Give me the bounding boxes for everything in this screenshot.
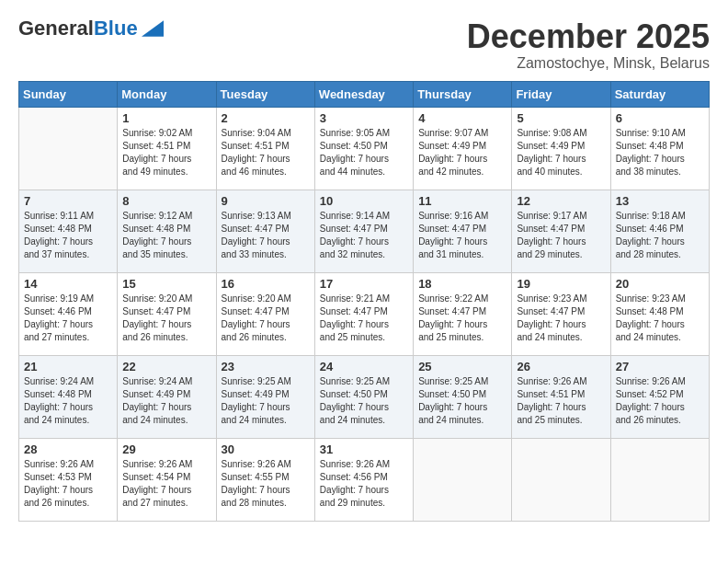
day-number: 14 [24,277,112,291]
day-info: Sunrise: 9:04 AM Sunset: 4:51 PM Dayligh… [222,127,310,178]
calendar-cell: 16Sunrise: 9:20 AM Sunset: 4:47 PM Dayli… [216,272,314,355]
day-number: 6 [616,111,704,125]
day-info: Sunrise: 9:25 AM Sunset: 4:49 PM Dayligh… [222,375,310,427]
location: Zamostochye, Minsk, Belarus [467,55,710,72]
page-header: GeneralBlue December 2025 Zamostochye, M… [18,18,710,72]
day-number: 20 [616,277,704,291]
day-info: Sunrise: 9:21 AM Sunset: 4:47 PM Dayligh… [320,293,408,344]
day-number: 27 [616,360,704,373]
day-info: Sunrise: 9:14 AM Sunset: 4:47 PM Dayligh… [320,210,408,261]
calendar-cell: 2Sunrise: 9:04 AM Sunset: 4:51 PM Daylig… [216,107,314,190]
calendar-week-row: 21Sunrise: 9:24 AM Sunset: 4:48 PM Dayli… [19,355,710,438]
day-info: Sunrise: 9:17 AM Sunset: 4:47 PM Dayligh… [517,210,605,261]
calendar-week-row: 28Sunrise: 9:26 AM Sunset: 4:53 PM Dayli… [19,438,710,521]
calendar-cell: 30Sunrise: 9:26 AM Sunset: 4:55 PM Dayli… [216,438,314,521]
day-number: 12 [517,194,605,208]
col-header-thursday: Thursday [414,81,512,107]
day-number: 10 [320,194,408,208]
calendar-cell: 4Sunrise: 9:07 AM Sunset: 4:49 PM Daylig… [414,107,512,190]
day-number: 2 [222,111,310,125]
calendar-cell [610,438,709,521]
calendar-cell: 28Sunrise: 9:26 AM Sunset: 4:53 PM Dayli… [19,438,118,521]
day-number: 1 [122,111,210,125]
col-header-tuesday: Tuesday [216,81,314,107]
day-number: 18 [418,277,506,291]
day-info: Sunrise: 9:02 AM Sunset: 4:51 PM Dayligh… [122,127,210,178]
day-info: Sunrise: 9:22 AM Sunset: 4:47 PM Dayligh… [418,293,506,344]
col-header-sunday: Sunday [19,81,118,107]
calendar-week-row: 7Sunrise: 9:11 AM Sunset: 4:48 PM Daylig… [19,190,710,272]
day-number: 4 [418,111,506,125]
day-info: Sunrise: 9:24 AM Sunset: 4:48 PM Dayligh… [24,375,112,427]
calendar-header-row: SundayMondayTuesdayWednesdayThursdayFrid… [19,81,710,107]
day-number: 26 [517,360,605,373]
day-info: Sunrise: 9:23 AM Sunset: 4:48 PM Dayligh… [616,293,704,344]
day-number: 24 [320,360,408,373]
day-number: 9 [222,194,310,208]
calendar-cell: 27Sunrise: 9:26 AM Sunset: 4:52 PM Dayli… [610,355,709,438]
calendar-cell: 19Sunrise: 9:23 AM Sunset: 4:47 PM Dayli… [512,272,610,355]
day-number: 11 [418,194,506,208]
day-number: 29 [122,442,210,456]
calendar-cell: 7Sunrise: 9:11 AM Sunset: 4:48 PM Daylig… [19,190,118,272]
calendar-cell: 3Sunrise: 9:05 AM Sunset: 4:50 PM Daylig… [314,107,413,190]
month-title: December 2025 [467,18,710,55]
calendar-cell [19,107,118,190]
calendar-week-row: 1Sunrise: 9:02 AM Sunset: 4:51 PM Daylig… [19,107,710,190]
calendar-cell: 14Sunrise: 9:19 AM Sunset: 4:46 PM Dayli… [19,272,118,355]
col-header-wednesday: Wednesday [314,81,413,107]
day-info: Sunrise: 9:16 AM Sunset: 4:47 PM Dayligh… [418,210,506,261]
calendar-cell: 29Sunrise: 9:26 AM Sunset: 4:54 PM Dayli… [118,438,216,521]
day-info: Sunrise: 9:12 AM Sunset: 4:48 PM Dayligh… [122,210,210,261]
day-info: Sunrise: 9:25 AM Sunset: 4:50 PM Dayligh… [320,375,408,427]
calendar-cell [414,438,512,521]
day-info: Sunrise: 9:24 AM Sunset: 4:49 PM Dayligh… [122,375,210,427]
col-header-saturday: Saturday [610,81,709,107]
day-number: 5 [517,111,605,125]
calendar-cell: 31Sunrise: 9:26 AM Sunset: 4:56 PM Dayli… [314,438,413,521]
day-number: 19 [517,277,605,291]
day-info: Sunrise: 9:18 AM Sunset: 4:46 PM Dayligh… [616,210,704,261]
logo-text: GeneralBlue [18,18,138,39]
day-info: Sunrise: 9:13 AM Sunset: 4:47 PM Dayligh… [222,210,310,261]
calendar-cell: 21Sunrise: 9:24 AM Sunset: 4:48 PM Dayli… [19,355,118,438]
day-info: Sunrise: 9:26 AM Sunset: 4:54 PM Dayligh… [122,458,210,510]
day-info: Sunrise: 9:26 AM Sunset: 4:51 PM Dayligh… [517,375,605,427]
calendar-week-row: 14Sunrise: 9:19 AM Sunset: 4:46 PM Dayli… [19,272,710,355]
logo: GeneralBlue [18,18,164,39]
day-info: Sunrise: 9:11 AM Sunset: 4:48 PM Dayligh… [24,210,112,261]
day-info: Sunrise: 9:20 AM Sunset: 4:47 PM Dayligh… [222,293,310,344]
logo-general: General [18,17,94,40]
calendar-cell: 17Sunrise: 9:21 AM Sunset: 4:47 PM Dayli… [314,272,413,355]
calendar-cell: 23Sunrise: 9:25 AM Sunset: 4:49 PM Dayli… [216,355,314,438]
calendar-cell: 24Sunrise: 9:25 AM Sunset: 4:50 PM Dayli… [314,355,413,438]
calendar-cell: 18Sunrise: 9:22 AM Sunset: 4:47 PM Dayli… [414,272,512,355]
day-number: 21 [24,360,112,373]
calendar-cell: 15Sunrise: 9:20 AM Sunset: 4:47 PM Dayli… [118,272,216,355]
calendar-cell: 25Sunrise: 9:25 AM Sunset: 4:50 PM Dayli… [414,355,512,438]
day-number: 13 [616,194,704,208]
calendar-cell: 22Sunrise: 9:24 AM Sunset: 4:49 PM Dayli… [118,355,216,438]
day-number: 17 [320,277,408,291]
day-number: 28 [24,442,112,456]
day-info: Sunrise: 9:08 AM Sunset: 4:49 PM Dayligh… [517,127,605,178]
calendar-cell: 20Sunrise: 9:23 AM Sunset: 4:48 PM Dayli… [610,272,709,355]
logo-blue: Blue [94,17,138,40]
day-info: Sunrise: 9:20 AM Sunset: 4:47 PM Dayligh… [122,293,210,344]
day-number: 7 [24,194,112,208]
calendar-cell: 12Sunrise: 9:17 AM Sunset: 4:47 PM Dayli… [512,190,610,272]
logo-icon [142,20,164,37]
col-header-friday: Friday [512,81,610,107]
day-number: 22 [122,360,210,373]
day-info: Sunrise: 9:07 AM Sunset: 4:49 PM Dayligh… [418,127,506,178]
calendar-cell: 26Sunrise: 9:26 AM Sunset: 4:51 PM Dayli… [512,355,610,438]
day-info: Sunrise: 9:25 AM Sunset: 4:50 PM Dayligh… [418,375,506,427]
day-info: Sunrise: 9:26 AM Sunset: 4:55 PM Dayligh… [222,458,310,510]
day-info: Sunrise: 9:26 AM Sunset: 4:52 PM Dayligh… [616,375,704,427]
day-number: 8 [122,194,210,208]
calendar-cell: 5Sunrise: 9:08 AM Sunset: 4:49 PM Daylig… [512,107,610,190]
calendar-table: SundayMondayTuesdayWednesdayThursdayFrid… [18,81,710,522]
day-number: 15 [122,277,210,291]
day-info: Sunrise: 9:10 AM Sunset: 4:48 PM Dayligh… [616,127,704,178]
calendar-cell: 13Sunrise: 9:18 AM Sunset: 4:46 PM Dayli… [610,190,709,272]
